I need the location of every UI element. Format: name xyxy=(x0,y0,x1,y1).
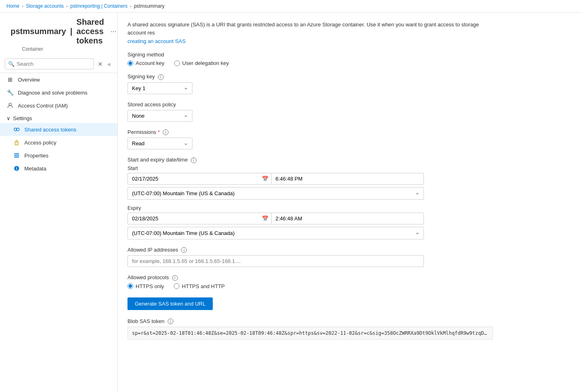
date-time-section: Start and expiry date/time i Start 📅 (UT… xyxy=(127,157,571,239)
access-policy-icon xyxy=(13,139,20,146)
sidebar-label-access-policy: Access policy xyxy=(24,140,56,146)
signing-key-select-wrapper: Key 1 Key 2 xyxy=(127,82,192,94)
sidebar-label-diagnose: Diagnose and solve problems xyxy=(18,90,87,96)
breadcrumb-containers[interactable]: pstmreporting | Containers xyxy=(70,3,127,9)
permissions-select[interactable]: Read Write Delete List Add Create xyxy=(127,138,192,149)
search-input[interactable] xyxy=(5,58,94,69)
sidebar-item-diagnose[interactable]: 🔧 Diagnose and solve problems xyxy=(0,86,117,99)
expiry-date-wrapper: 📅 xyxy=(127,213,272,224)
signing-key-label: Signing key i xyxy=(127,73,571,80)
protocol-https-http-label: HTTPS and HTTP xyxy=(182,283,225,289)
info-link[interactable]: creating an account SAS xyxy=(127,38,186,44)
expiry-timezone-select[interactable]: (UTC-07:00) Mountain Time (US & Canada) xyxy=(127,227,424,239)
svg-rect-6 xyxy=(15,142,18,145)
allowed-ip-label: Allowed IP addresses i xyxy=(127,247,571,253)
signing-method-label: Signing method xyxy=(127,52,571,58)
breadcrumb-home[interactable]: Home xyxy=(6,3,19,9)
permissions-label: Permissions * i xyxy=(127,129,571,136)
protocol-https-only[interactable]: HTTPS only xyxy=(127,283,164,289)
allowed-ip-info-icon[interactable]: i xyxy=(181,247,187,253)
expiry-time-input[interactable] xyxy=(272,213,424,224)
stored-access-policy-section: Stored access policy None xyxy=(127,101,571,122)
sidebar-section-settings-label: Settings xyxy=(13,115,32,121)
properties-icon xyxy=(13,152,20,159)
signing-method-account-key-label: Account key xyxy=(136,60,164,66)
start-timezone-wrapper: (UTC-07:00) Mountain Time (US & Canada) xyxy=(127,187,571,200)
start-date-wrapper: 📅 xyxy=(127,173,272,185)
generate-sas-button[interactable]: Generate SAS token and URL xyxy=(127,297,213,310)
start-date-input[interactable] xyxy=(127,173,272,185)
stored-access-policy-label: Stored access policy xyxy=(127,101,571,108)
resource-name: pstmsummary | Shared access tokens ··· xyxy=(6,17,111,45)
permissions-info-icon[interactable]: i xyxy=(163,129,168,135)
signing-method-account-key-radio[interactable] xyxy=(127,60,133,66)
expiry-date-input[interactable] xyxy=(127,213,272,224)
diagnose-icon: 🔧 xyxy=(6,89,14,96)
allowed-protocols-info-icon[interactable]: i xyxy=(172,275,178,281)
sidebar: pstmsummary | Shared access tokens ··· C… xyxy=(0,13,118,392)
sidebar-label-shared-access-tokens: Shared access tokens xyxy=(24,127,76,133)
protocol-https-only-radio[interactable] xyxy=(127,283,133,289)
allowed-ip-section: Allowed IP addresses i xyxy=(127,247,571,267)
sidebar-item-properties[interactable]: Properties xyxy=(0,149,117,162)
blob-sas-token-value: sp=r&st=2025-02-18T01:46:48Z&se=2025-02-… xyxy=(127,327,493,340)
settings-collapse-icon: ∨ xyxy=(6,115,11,121)
main-content: A shared access signature (SAS) is a URI… xyxy=(118,13,581,392)
expiry-calendar-icon[interactable]: 📅 xyxy=(262,215,268,222)
collapse-sidebar-button[interactable]: « xyxy=(106,60,112,68)
signing-method-user-delegation-radio[interactable] xyxy=(174,60,180,66)
start-label: Start xyxy=(127,166,571,171)
search-icon: 🔍 xyxy=(8,61,15,67)
start-timezone-select[interactable]: (UTC-07:00) Mountain Time (US & Canada) xyxy=(127,187,424,200)
start-timezone-select-wrapper: (UTC-07:00) Mountain Time (US & Canada) xyxy=(127,187,424,200)
breadcrumb-current: pstmsummary xyxy=(134,3,164,9)
stored-access-policy-select[interactable]: None xyxy=(127,110,192,122)
allowed-protocols-section: Allowed protocols i HTTPS only HTTPS and… xyxy=(127,274,571,289)
svg-rect-7 xyxy=(14,153,19,154)
svg-rect-8 xyxy=(14,155,19,156)
expiry-date-time-row: 📅 xyxy=(127,213,424,224)
sidebar-item-access-control[interactable]: Access Control (IAM) xyxy=(0,99,117,112)
stored-access-policy-select-wrapper: None xyxy=(127,110,192,122)
protocol-https-only-label: HTTPS only xyxy=(136,283,164,289)
protocol-https-http[interactable]: HTTPS and HTTP xyxy=(174,283,225,289)
start-date-time-row: 📅 xyxy=(127,173,424,185)
sidebar-item-shared-access-tokens[interactable]: Shared access tokens xyxy=(0,123,117,136)
sidebar-item-metadata[interactable]: i Metadata xyxy=(0,162,117,175)
search-container: 🔍 ✕ « xyxy=(0,55,117,73)
permissions-required: * xyxy=(158,129,160,135)
signing-method-account-key[interactable]: Account key xyxy=(127,60,164,66)
metadata-icon: i xyxy=(13,165,20,172)
signing-key-select[interactable]: Key 1 Key 2 xyxy=(127,82,192,94)
shared-access-tokens-icon xyxy=(13,126,20,133)
svg-point-3 xyxy=(9,103,11,106)
resource-subtitle: Container xyxy=(6,46,111,52)
sidebar-label-metadata: Metadata xyxy=(24,166,46,172)
blob-sas-token-label: Blob SAS token i xyxy=(127,318,571,325)
expiry-timezone-wrapper: (UTC-07:00) Mountain Time (US & Canada) xyxy=(127,227,571,239)
svg-rect-9 xyxy=(14,157,19,157)
start-time-input[interactable] xyxy=(272,173,424,185)
info-text: A shared access signature (SAS) is a URI… xyxy=(127,21,493,37)
sidebar-section-settings[interactable]: ∨ Settings xyxy=(0,112,117,123)
start-calendar-icon[interactable]: 📅 xyxy=(262,176,268,182)
sidebar-item-overview[interactable]: ⊞ Overview xyxy=(0,73,117,86)
date-time-label: Start and expiry date/time i xyxy=(127,157,571,163)
expiry-timezone-select-wrapper: (UTC-07:00) Mountain Time (US & Canada) xyxy=(127,227,424,239)
signing-key-info-icon[interactable]: i xyxy=(158,74,164,80)
breadcrumb: Home › Storage accounts › pstmreporting … xyxy=(0,0,581,13)
protocol-https-http-radio[interactable] xyxy=(174,283,179,289)
breadcrumb-storage-accounts[interactable]: Storage accounts xyxy=(26,3,64,9)
signing-method-user-delegation[interactable]: User delegation key xyxy=(174,60,229,66)
allowed-ip-input[interactable] xyxy=(127,255,424,267)
sidebar-item-access-policy[interactable]: Access policy xyxy=(0,136,117,149)
permissions-section: Permissions * i Read Write Delete List A… xyxy=(127,129,571,150)
signing-method-radio-group: Account key User delegation key xyxy=(127,60,571,66)
signing-method-section: Signing method Account key User delegati… xyxy=(127,52,571,66)
date-time-info-icon[interactable]: i xyxy=(191,157,197,163)
more-options-button[interactable]: ··· xyxy=(108,26,118,37)
blob-sas-token-info-icon[interactable]: i xyxy=(168,319,173,324)
overview-icon: ⊞ xyxy=(6,76,14,83)
clear-search-button[interactable]: ✕ xyxy=(96,60,104,68)
sidebar-nav: ⊞ Overview 🔧 Diagnose and solve problems… xyxy=(0,73,117,175)
